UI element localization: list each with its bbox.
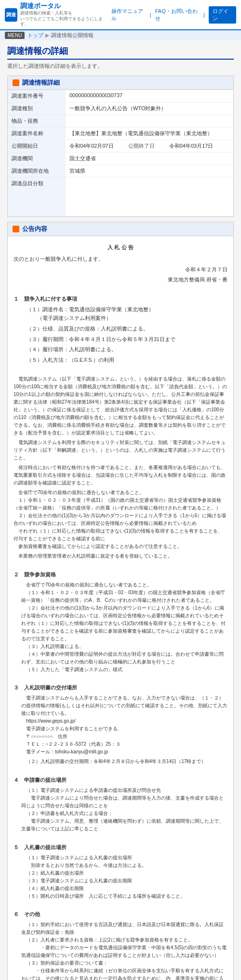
prefecture-label: 調達機関所在地 [8,165,66,177]
organization-row: 調達機関 国土交通省 [8,153,233,165]
basic-info-section: 調達情報詳細 調達案件番号 000000000000030737 調達種別 一般… [7,76,234,217]
notice-authority: 東北地方整備局 府省・番 [13,276,228,284]
section-icon [13,79,19,86]
faq-link[interactable]: FAQ・お問い合わせ [155,8,200,22]
section4-content: （１）電子調達システムによる申請書の提出場所及び問合せ先 電子調達システムにより… [13,787,228,833]
dates-values: 令和04年02月07日 公開終了日 令和04年03月17日 [66,140,233,152]
section1-extra4: 全省庁で70余年の規格の規則に適合しない者であること。 １）令和１・０２・０３年… [13,489,228,550]
dates-container: 令和04年02月07日 公開終了日 令和04年03月17日 [69,142,229,150]
notice-intro: 次のとおり一般競争入札に付します。 [13,255,228,264]
section5-content: （１）電子調達システムによる入札書の提出場所 別添するとおり当然であるから、今後… [13,854,228,900]
goods-row: 物品・役務 [8,115,233,127]
goods-label: 物品・役務 [8,115,66,127]
notice-section-title-text: 公告内容 [22,225,47,233]
nav-sep2: | [203,12,205,18]
organization-value: 国土交通省 [66,153,233,165]
menu-button[interactable]: MENU [5,32,25,39]
logo-text-area: 調達ポータル 調達情報の検索・入札等を いつでもどこでもご利用できるようにします… [20,2,107,27]
section1-extra5: 本業務の管理業管理者が入札説明書に規定する者を登録していること。 [13,552,228,560]
section6-content: （１）契約手続において使用する言語及び通貨は、日本語及び日本国通貨に限る。入札保… [13,921,228,980]
notice-main-title: 入 札 公 告 [13,240,228,255]
section2-content: 全省庁で70余年の規格の規則に適合しない者であること。 （１）令和１・０２・０３… [13,581,228,674]
header-nav: 操作マニュアル | FAQ・お問い合わせ | ログイン [111,6,236,24]
sub-header: MENU トップ ▶ 調達情報公開情報 [0,30,241,40]
order-number-value: 000000000000030737 [66,90,233,102]
section2-title: ２ 競争参加資格 [13,571,228,579]
basic-info-title: 調達情報詳細 [8,76,233,90]
section1-extra1: 電気調達システム（以下「電子調達システム」という。）を経由する場合は、落札に係る… [13,375,228,437]
logo-area: 調達 調達ポータル 調達情報の検索・入札等を いつでもどこでもご利用できるように… [5,2,107,27]
category-label: 調達品目分類 [8,178,66,216]
notice-section-title: 公告内容 [8,222,233,236]
section1-item2: （２）仕様、品質及びの規格：入札説明書による。 [13,325,228,333]
section1-title: １ 競争入札に付する事項 [13,295,228,304]
manual-link[interactable]: 操作マニュアル [111,8,146,22]
section1-item5: （５）入札方法：（G.E.F.S.）の利用 [13,356,228,365]
main-content: 調達情報の詳細 選択した調達情報の詳細を表示します。 調達情報詳細 調達案件番号… [0,40,241,980]
section1-item1: （１）調達件名：電気通信設備保守学業（東北地整） （電子調達システム利用案件） [13,305,228,323]
page-title: 調達情報の詳細 [7,45,234,60]
organization-label: 調達機関 [8,153,66,165]
section1-extra2: 電気調達システムを利用する際のセキュリティ対策に関しては、別紙「電子調達システム… [13,439,228,462]
notice-section: 公告内容 入 札 公 告 次のとおり一般競争入札に付します。 令和４年２月７日 … [7,222,234,980]
prefecture-row: 調達機関所在地 宮城県 [8,165,233,178]
section5-title: ５ 入札書の提出場所 [13,843,228,852]
login-button[interactable]: ログイン [209,6,236,24]
goods-value [66,115,233,127]
section1-extra3: 発注時点において有効な格付けを持つ者であること。また、各重複適用がある場合におい… [13,464,228,487]
breadcrumb-current: 調達情報公開情報 [51,32,94,39]
dates-row: 公開開始日 令和04年02月07日 公開終了日 令和04年03月17日 [8,140,233,153]
breadcrumb: トップ ▶ 調達情報公開情報 [27,32,94,39]
section3-content: 電子調達システムからも入手することができる。なお、入力ができない場合は、（１・２… [13,694,228,756]
office-value: 【東北地整】東北地整（電気通信設備保守学業（東北地整） [66,127,233,140]
section4-title: ４ 申請書の提出場所 [13,776,228,785]
section3-item2: （２）入札説明書の交付期間：令和4年２月８日から令和4年３月14日（17時まで） [13,758,228,765]
date-end-value: 令和04年03月17日 [169,142,214,150]
procurement-type-value: 一般競争入札の入札公告（WTO対象外） [66,102,233,115]
page-description: 選択した調達情報の詳細を表示します。 [7,63,234,70]
breadcrumb-top[interactable]: トップ [27,32,43,39]
site-header: 調達 調達ポータル 調達情報の検索・入札等を いつでもどこでもご利用できるように… [0,0,241,30]
logo-subtitle: 調達情報の検索・入札等を いつでもどこでもご利用できるようにします。 [20,11,107,27]
section6-title: ６ その他 [13,910,228,919]
date-end-label: 公開終了日 [128,142,155,150]
date-start-value: 令和04年02月07日 [69,142,114,150]
order-number-label: 調達案件番号 [8,90,66,102]
section1-item4: （４）履行場所：入札説明書による。 [13,345,228,354]
basic-info-title-text: 調達情報詳細 [22,78,60,87]
breadcrumb-sep1: ▶ [45,32,49,38]
order-number-row: 調達案件番号 000000000000030737 [8,90,233,102]
date-start-label: 公開開始日 [8,140,66,152]
section1-item3: （３）履行期間：令和４年４月１日から令和５年３月31日まで [13,335,228,344]
notice-content: 入 札 公 告 次のとおり一般競争入札に付します。 令和４年２月７日 東北地方整… [8,236,233,980]
section3-title: ３ 入札説明書の交付場所 [13,684,228,692]
procurement-type-label: 調達種別 [8,102,66,115]
notice-section-icon [13,226,19,232]
category-value [66,178,233,216]
notice-date: 令和４年２月７日 [13,266,228,274]
office-label: 調達案件名称 [8,127,66,140]
category-row: 調達品目分類 [8,178,233,216]
prefecture-value: 宮城県 [66,165,233,177]
office-row: 調達案件名称 【東北地整】東北地整（電気通信設備保守学業（東北地整） [8,127,233,140]
logo-title: 調達ポータル [20,2,107,11]
nav-sep1: | [150,12,151,18]
procurement-type-row: 調達種別 一般競争入札の入札公告（WTO対象外） [8,102,233,115]
logo-icon: 調達 [5,8,17,22]
